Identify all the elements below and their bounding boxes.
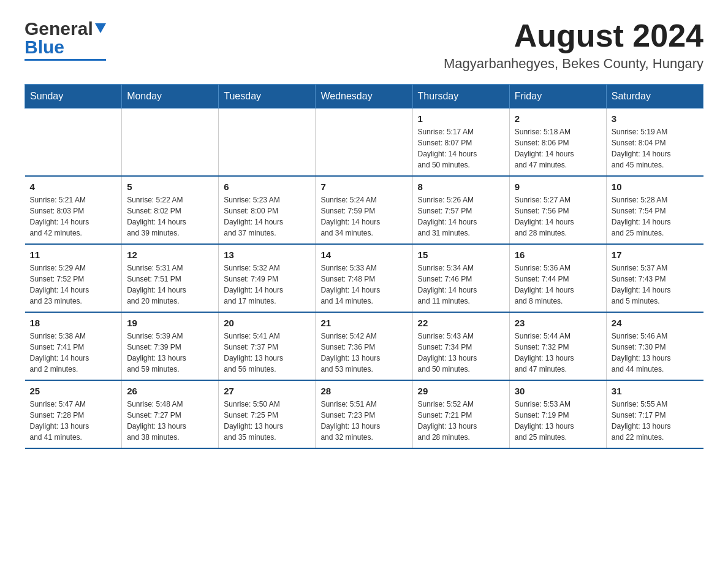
day-info: Sunrise: 5:48 AM Sunset: 7:27 PM Dayligh…	[127, 400, 186, 442]
calendar-week-row: 11Sunrise: 5:29 AM Sunset: 7:52 PM Dayli…	[25, 244, 703, 312]
calendar-week-row: 25Sunrise: 5:47 AM Sunset: 7:28 PM Dayli…	[25, 380, 703, 448]
day-number: 4	[30, 182, 117, 192]
calendar-cell: 24Sunrise: 5:46 AM Sunset: 7:30 PM Dayli…	[606, 312, 703, 380]
logo-underline	[25, 59, 106, 61]
calendar-cell: 6Sunrise: 5:23 AM Sunset: 8:00 PM Daylig…	[219, 176, 316, 244]
day-number: 15	[418, 250, 504, 260]
day-number: 30	[515, 386, 601, 396]
day-info: Sunrise: 5:41 AM Sunset: 7:37 PM Dayligh…	[224, 332, 283, 373]
logo: General Blue	[25, 18, 106, 61]
day-number: 23	[515, 318, 601, 328]
calendar-cell: 3Sunrise: 5:19 AM Sunset: 8:04 PM Daylig…	[606, 109, 703, 177]
calendar-cell: 28Sunrise: 5:51 AM Sunset: 7:23 PM Dayli…	[316, 380, 412, 448]
day-info: Sunrise: 5:37 AM Sunset: 7:43 PM Dayligh…	[612, 264, 671, 305]
day-number: 29	[418, 386, 504, 396]
location-subtitle: Magyarbanhegyes, Bekes County, Hungary	[444, 56, 703, 72]
day-info: Sunrise: 5:24 AM Sunset: 7:59 PM Dayligh…	[320, 196, 380, 237]
calendar-week-row: 1Sunrise: 5:17 AM Sunset: 8:07 PM Daylig…	[25, 109, 703, 177]
calendar-cell: 23Sunrise: 5:44 AM Sunset: 7:32 PM Dayli…	[509, 312, 606, 380]
calendar-cell	[219, 109, 316, 177]
day-info: Sunrise: 5:46 AM Sunset: 7:30 PM Dayligh…	[612, 332, 671, 373]
day-info: Sunrise: 5:27 AM Sunset: 7:56 PM Dayligh…	[515, 196, 574, 237]
day-info: Sunrise: 5:43 AM Sunset: 7:34 PM Dayligh…	[418, 332, 477, 373]
calendar-table: Sunday Monday Tuesday Wednesday Thursday…	[25, 84, 703, 449]
day-number: 2	[515, 113, 601, 124]
logo-blue: Blue	[25, 37, 64, 58]
calendar-cell: 12Sunrise: 5:31 AM Sunset: 7:51 PM Dayli…	[122, 244, 219, 312]
header-friday: Friday	[509, 85, 606, 109]
logo-general: General	[25, 18, 93, 39]
day-info: Sunrise: 5:26 AM Sunset: 7:57 PM Dayligh…	[418, 196, 477, 237]
day-info: Sunrise: 5:21 AM Sunset: 8:03 PM Dayligh…	[30, 196, 89, 237]
day-info: Sunrise: 5:34 AM Sunset: 7:46 PM Dayligh…	[418, 264, 477, 305]
day-number: 10	[612, 182, 699, 192]
day-number: 19	[127, 318, 213, 328]
calendar-cell: 2Sunrise: 5:18 AM Sunset: 8:06 PM Daylig…	[509, 109, 606, 177]
header-saturday: Saturday	[606, 85, 703, 109]
calendar-cell: 13Sunrise: 5:32 AM Sunset: 7:49 PM Dayli…	[219, 244, 316, 312]
day-info: Sunrise: 5:22 AM Sunset: 8:02 PM Dayligh…	[127, 196, 186, 237]
day-number: 12	[127, 250, 213, 260]
logo-arrow-icon	[95, 23, 106, 37]
header-sunday: Sunday	[25, 85, 122, 109]
calendar-cell: 20Sunrise: 5:41 AM Sunset: 7:37 PM Dayli…	[219, 312, 316, 380]
day-info: Sunrise: 5:17 AM Sunset: 8:07 PM Dayligh…	[418, 128, 477, 169]
day-info: Sunrise: 5:55 AM Sunset: 7:17 PM Dayligh…	[612, 400, 671, 442]
day-number: 9	[515, 182, 601, 192]
day-number: 22	[418, 318, 504, 328]
calendar-cell: 25Sunrise: 5:47 AM Sunset: 7:28 PM Dayli…	[25, 380, 122, 448]
day-info: Sunrise: 5:31 AM Sunset: 7:51 PM Dayligh…	[127, 264, 186, 305]
calendar-cell: 30Sunrise: 5:53 AM Sunset: 7:19 PM Dayli…	[509, 380, 606, 448]
day-info: Sunrise: 5:18 AM Sunset: 8:06 PM Dayligh…	[515, 128, 574, 169]
calendar-cell: 4Sunrise: 5:21 AM Sunset: 8:03 PM Daylig…	[25, 176, 122, 244]
calendar-cell: 16Sunrise: 5:36 AM Sunset: 7:44 PM Dayli…	[509, 244, 606, 312]
calendar-cell: 15Sunrise: 5:34 AM Sunset: 7:46 PM Dayli…	[412, 244, 509, 312]
day-info: Sunrise: 5:50 AM Sunset: 7:25 PM Dayligh…	[224, 400, 283, 442]
day-info: Sunrise: 5:39 AM Sunset: 7:39 PM Dayligh…	[127, 332, 186, 373]
day-info: Sunrise: 5:42 AM Sunset: 7:36 PM Dayligh…	[320, 332, 380, 373]
day-number: 28	[320, 386, 407, 396]
calendar-cell: 31Sunrise: 5:55 AM Sunset: 7:17 PM Dayli…	[606, 380, 703, 448]
header-thursday: Thursday	[412, 85, 509, 109]
month-year-title: August 2024	[444, 18, 703, 53]
day-number: 6	[224, 182, 310, 192]
day-info: Sunrise: 5:32 AM Sunset: 7:49 PM Dayligh…	[224, 264, 283, 305]
day-number: 17	[612, 250, 699, 260]
day-info: Sunrise: 5:28 AM Sunset: 7:54 PM Dayligh…	[612, 196, 671, 237]
calendar-cell: 26Sunrise: 5:48 AM Sunset: 7:27 PM Dayli…	[122, 380, 219, 448]
calendar-cell: 27Sunrise: 5:50 AM Sunset: 7:25 PM Dayli…	[219, 380, 316, 448]
day-number: 7	[320, 182, 407, 192]
day-info: Sunrise: 5:44 AM Sunset: 7:32 PM Dayligh…	[515, 332, 574, 373]
day-number: 5	[127, 182, 213, 192]
calendar-week-row: 18Sunrise: 5:38 AM Sunset: 7:41 PM Dayli…	[25, 312, 703, 380]
calendar-cell: 7Sunrise: 5:24 AM Sunset: 7:59 PM Daylig…	[316, 176, 412, 244]
day-number: 1	[418, 113, 504, 124]
page-header: General Blue August 2024 Magyarbanhegyes…	[25, 18, 703, 72]
calendar-cell: 1Sunrise: 5:17 AM Sunset: 8:07 PM Daylig…	[412, 109, 509, 177]
day-info: Sunrise: 5:33 AM Sunset: 7:48 PM Dayligh…	[320, 264, 380, 305]
day-number: 26	[127, 386, 213, 396]
day-info: Sunrise: 5:53 AM Sunset: 7:19 PM Dayligh…	[515, 400, 574, 442]
day-number: 16	[515, 250, 601, 260]
calendar-cell: 21Sunrise: 5:42 AM Sunset: 7:36 PM Dayli…	[316, 312, 412, 380]
day-info: Sunrise: 5:36 AM Sunset: 7:44 PM Dayligh…	[515, 264, 574, 305]
day-info: Sunrise: 5:47 AM Sunset: 7:28 PM Dayligh…	[30, 400, 89, 442]
calendar-cell: 11Sunrise: 5:29 AM Sunset: 7:52 PM Dayli…	[25, 244, 122, 312]
calendar-cell: 18Sunrise: 5:38 AM Sunset: 7:41 PM Dayli…	[25, 312, 122, 380]
header-wednesday: Wednesday	[316, 85, 412, 109]
calendar-cell	[316, 109, 412, 177]
day-number: 13	[224, 250, 310, 260]
day-number: 21	[320, 318, 407, 328]
day-number: 18	[30, 318, 117, 328]
calendar-cell: 17Sunrise: 5:37 AM Sunset: 7:43 PM Dayli…	[606, 244, 703, 312]
day-number: 31	[612, 386, 699, 396]
day-number: 3	[612, 113, 699, 124]
day-number: 14	[320, 250, 407, 260]
calendar-header-row: Sunday Monday Tuesday Wednesday Thursday…	[25, 85, 703, 109]
calendar-week-row: 4Sunrise: 5:21 AM Sunset: 8:03 PM Daylig…	[25, 176, 703, 244]
day-info: Sunrise: 5:29 AM Sunset: 7:52 PM Dayligh…	[30, 264, 89, 305]
calendar-cell: 9Sunrise: 5:27 AM Sunset: 7:56 PM Daylig…	[509, 176, 606, 244]
day-info: Sunrise: 5:51 AM Sunset: 7:23 PM Dayligh…	[320, 400, 380, 442]
day-number: 24	[612, 318, 699, 328]
calendar-cell: 29Sunrise: 5:52 AM Sunset: 7:21 PM Dayli…	[412, 380, 509, 448]
